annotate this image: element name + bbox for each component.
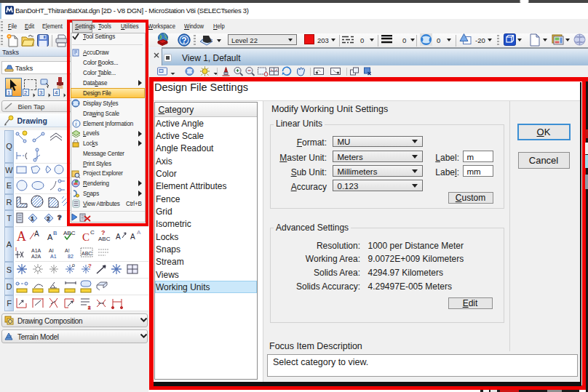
- svg-text:AI: AI: [49, 248, 54, 253]
- svg-text:ABC: ABC: [98, 236, 111, 242]
- svg-text:A: A: [47, 233, 53, 241]
- svg-text:i: i: [75, 121, 76, 127]
- svg-text:A1A: A1A: [31, 248, 41, 253]
- svg-text:A1: A1: [50, 254, 57, 259]
- svg-text:?: ?: [57, 214, 62, 221]
- svg-text:o: o: [72, 263, 75, 268]
- svg-text:82: 82: [68, 254, 74, 259]
- svg-text:A: A: [34, 230, 39, 238]
- svg-text:A2A: A2A: [31, 254, 41, 259]
- svg-text:A: A: [137, 229, 141, 236]
- svg-text:B: B: [53, 230, 57, 236]
- svg-text:ABC: ABC: [82, 251, 92, 256]
- svg-text:?: ?: [181, 36, 186, 46]
- svg-text:A: A: [17, 229, 26, 244]
- svg-text:A!: A!: [65, 248, 70, 253]
- svg-text:2: 2: [88, 305, 91, 310]
- svg-text:A: A: [116, 233, 121, 241]
- svg-text:?: ?: [88, 263, 92, 269]
- svg-text:C: C: [90, 229, 95, 236]
- svg-text:I: I: [15, 246, 17, 252]
- svg-text:1: 1: [31, 216, 34, 221]
- svg-text:2: 2: [47, 216, 50, 221]
- svg-text:C: C: [82, 231, 90, 243]
- svg-text:A: A: [130, 233, 135, 241]
